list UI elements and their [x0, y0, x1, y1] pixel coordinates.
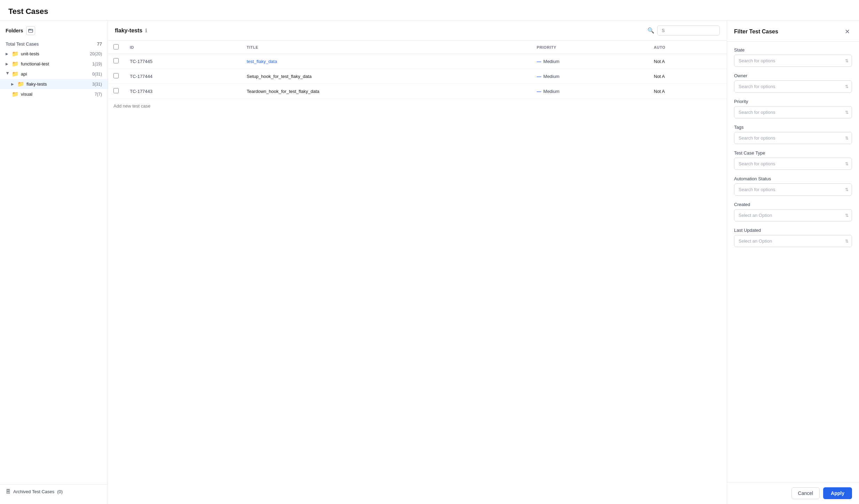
add-test-case-input[interactable]: [113, 103, 721, 109]
test-cases-table: ID TITLE PRIORITY AUTO TC-177445 test_fl…: [108, 41, 727, 99]
col-priority: PRIORITY: [531, 41, 648, 54]
tc-auto: Not A: [648, 54, 727, 69]
tc-title[interactable]: test_flaky_data: [241, 54, 531, 69]
sidebar-item-count: 1(19): [92, 62, 102, 66]
sidebar-item-label: functional-test: [21, 61, 90, 66]
filter-priority-select[interactable]: Search for options: [734, 106, 852, 118]
total-count: 77: [97, 41, 102, 47]
apply-button[interactable]: Apply: [823, 487, 852, 499]
cancel-button[interactable]: Cancel: [791, 487, 820, 499]
row-checkbox[interactable]: [113, 73, 119, 78]
filter-label-created: Created: [734, 202, 852, 207]
sidebar-item-label: api: [21, 71, 90, 77]
filter-tags-select[interactable]: Search for options: [734, 132, 852, 144]
folder-icon: 📁: [17, 81, 24, 87]
filter-owner-select[interactable]: Search for options: [734, 80, 852, 93]
filter-panel: Filter Test Cases ✕ State Search for opt…: [727, 21, 859, 504]
filter-title: Filter Test Cases: [734, 29, 778, 35]
folders-label: Folders: [6, 28, 23, 33]
folder-icon: 📁: [12, 50, 19, 57]
tc-priority: —Medium: [531, 69, 648, 84]
filter-state-select[interactable]: Search for options: [734, 55, 852, 67]
sidebar-item-unit-tests[interactable]: ▶ 📁 unit-tests 20(20): [0, 49, 108, 59]
col-auto: AUTO: [648, 41, 727, 54]
search-icon: 🔍: [647, 27, 654, 34]
sidebar-item-count: 0(31): [92, 72, 102, 77]
filter-automation-status-select[interactable]: Search for options: [734, 183, 852, 196]
tc-id: TC-177445: [124, 54, 241, 69]
filter-label-tags: Tags: [734, 125, 852, 130]
tc-title-link[interactable]: test_flaky_data: [247, 59, 277, 64]
tc-auto: Not A: [648, 84, 727, 99]
page-title: Test Cases: [8, 7, 851, 16]
folder-icon: 📁: [12, 91, 19, 97]
table-row: TC-177444 Setup_hook_for_test_flaky_data…: [108, 69, 727, 84]
tc-priority: —Medium: [531, 84, 648, 99]
filter-last-updated-select[interactable]: Select an Option: [734, 235, 852, 247]
row-checkbox[interactable]: [113, 88, 119, 93]
filter-label-priority: Priority: [734, 99, 852, 104]
filter-label-test-case-type: Test Case Type: [734, 150, 852, 156]
sidebar: Folders Total Test Cases 77 ▶ 📁: [0, 21, 108, 504]
sidebar-item-label: visual: [21, 92, 93, 97]
expand-arrow-icon: ▶: [6, 52, 10, 56]
filter-label-automation-status: Automation Status: [734, 176, 852, 181]
tc-title: Teardown_hook_for_test_flaky_data: [241, 84, 531, 99]
sidebar-item-visual[interactable]: ▶ 📁 visual 7(7): [0, 89, 108, 99]
folder-icon: 📁: [12, 71, 19, 77]
info-icon[interactable]: ℹ: [145, 28, 147, 33]
total-label: Total Test Cases: [6, 41, 39, 47]
col-title: TITLE: [241, 41, 531, 54]
sidebar-item-label: unit-tests: [21, 51, 88, 56]
priority-dash-icon: —: [537, 74, 541, 79]
sidebar-item-functional-test[interactable]: ▶ 📁 functional-test 1(19): [0, 59, 108, 69]
tc-id: TC-177444: [124, 69, 241, 84]
tc-auto: Not A: [648, 69, 727, 84]
sidebar-item-label: flaky-tests: [26, 81, 90, 87]
expand-arrow-icon: ▶: [6, 62, 10, 66]
new-folder-button[interactable]: [26, 26, 35, 35]
col-id: ID: [124, 41, 241, 54]
search-input[interactable]: [657, 25, 720, 36]
select-all-checkbox[interactable]: [113, 44, 119, 49]
filter-label-last-updated: Last Updated: [734, 228, 852, 233]
sidebar-item-flaky-tests[interactable]: ▶ 📁 flaky-tests 3(31): [0, 79, 108, 89]
filter-label-owner: Owner: [734, 73, 852, 78]
sidebar-item-api[interactable]: ▶ 📁 api 0(31): [0, 69, 108, 79]
main-content: flaky-tests ℹ 🔍 ID TITLE PRIORITY: [108, 21, 727, 504]
archive-icon: 🗄: [6, 489, 10, 494]
filter-created-select[interactable]: Select an Option: [734, 209, 852, 221]
close-filter-button[interactable]: ✕: [842, 27, 852, 37]
sidebar-item-count: 20(20): [90, 52, 102, 56]
archived-row[interactable]: 🗄 Archived Test Cases (0): [0, 484, 108, 498]
folder-tree: ▶ 📁 unit-tests 20(20) ▶ 📁 functional-tes…: [0, 49, 108, 484]
row-checkbox[interactable]: [113, 58, 119, 63]
archived-label: Archived Test Cases: [13, 489, 54, 494]
filter-label-state: State: [734, 47, 852, 53]
sidebar-item-count: 3(31): [92, 82, 102, 87]
priority-dash-icon: —: [537, 59, 541, 64]
tc-title: Setup_hook_for_test_flaky_data: [241, 69, 531, 84]
expand-arrow-icon: ▶: [11, 82, 15, 86]
tc-id: TC-177443: [124, 84, 241, 99]
expand-arrow-icon: ▶: [6, 72, 10, 76]
filter-test-case-type-select[interactable]: Search for options: [734, 158, 852, 170]
tc-priority: —Medium: [531, 54, 648, 69]
priority-dash-icon: —: [537, 89, 541, 94]
archived-count: (0): [57, 489, 63, 494]
table-row: TC-177443 Teardown_hook_for_test_flaky_d…: [108, 84, 727, 99]
folder-icon: 📁: [12, 61, 19, 67]
main-folder-title: flaky-tests: [115, 27, 142, 34]
sidebar-item-count: 7(7): [95, 92, 102, 97]
table-row: TC-177445 test_flaky_data —Medium Not A: [108, 54, 727, 69]
